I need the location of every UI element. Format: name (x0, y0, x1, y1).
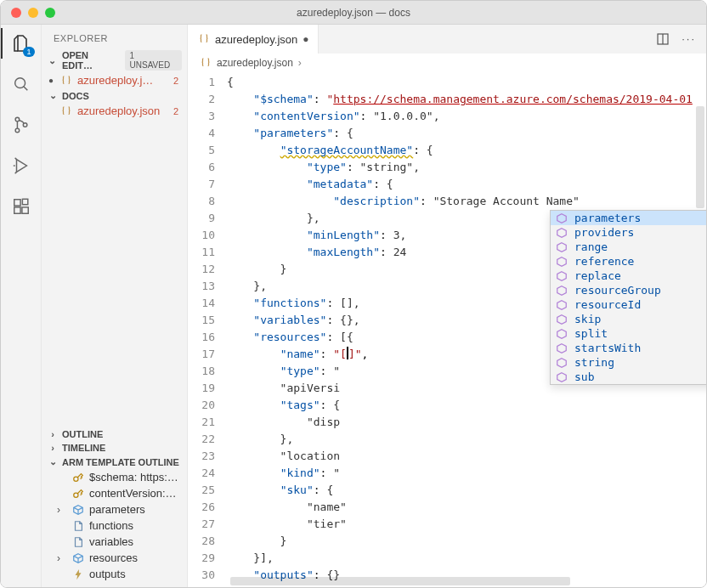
code-line[interactable]: 27 "tier" (188, 516, 706, 533)
suggest-item[interactable]: string (551, 355, 706, 370)
open-editors-header[interactable]: ⌄ OPEN EDIT… 1 UNSAVED (42, 48, 187, 72)
tab-active[interactable]: azuredeploy.json ● (188, 25, 319, 54)
line-number: 20 (188, 397, 227, 414)
line-number: 11 (188, 244, 227, 261)
folder-item[interactable]: azuredeploy.json 2 (42, 103, 187, 119)
run-debug-icon[interactable] (9, 154, 33, 178)
code-line[interactable]: 23 "location (188, 448, 706, 465)
code-editor[interactable]: 1{2 "$schema": "https://schema.managemen… (188, 72, 706, 587)
code-content: }, (227, 431, 293, 448)
method-icon (556, 285, 568, 297)
code-line[interactable]: 2 "$schema": "https://schema.management.… (188, 91, 706, 108)
arm-outline-item[interactable]: ›parameters (42, 501, 187, 517)
code-line[interactable]: 26 "name" (188, 499, 706, 516)
breadcrumb-file: azuredeploy.json (217, 57, 293, 69)
minimize-window-button[interactable] (28, 8, 38, 18)
code-content: }], (227, 550, 274, 567)
code-line[interactable]: 8 "description": "Storage Account Name" (188, 193, 706, 210)
code-content: "tags": { (227, 397, 340, 414)
code-line[interactable]: 21 "disp (188, 414, 706, 431)
suggest-item-label: parameters (574, 212, 641, 224)
code-line[interactable]: 5 "storageAccountName": { (188, 142, 706, 159)
code-line[interactable]: 6 "type": "string", (188, 159, 706, 176)
explorer-icon[interactable]: 1 (9, 31, 33, 55)
line-number: 15 (188, 312, 227, 329)
arm-outline-item[interactable]: contentVersion:… (42, 485, 187, 501)
suggest-item[interactable]: reference (551, 254, 706, 269)
outline-header[interactable]: › OUTLINE (42, 427, 187, 441)
line-number: 2 (188, 91, 227, 108)
code-content: "apiVersi (227, 380, 340, 397)
suggest-item[interactable]: parameters(function) parameters… (551, 211, 706, 225)
line-number: 6 (188, 159, 227, 176)
editor-tabs: azuredeploy.json ● ··· (188, 25, 706, 54)
arm-outline-item-label: contentVersion:… (89, 487, 177, 500)
split-editor-icon[interactable] (656, 32, 670, 46)
code-line[interactable]: 20 "tags": { (188, 397, 706, 414)
suggest-item[interactable]: replace (551, 269, 706, 283)
chevron-down-icon: ⌄ (47, 55, 59, 66)
code-line[interactable]: 25 "sku": { (188, 482, 706, 499)
vertical-scrollbar[interactable] (696, 106, 704, 208)
code-line[interactable]: 28 } (188, 533, 706, 550)
code-line[interactable]: 7 "metadata": { (188, 176, 706, 193)
line-number: 19 (188, 380, 227, 397)
folder-header[interactable]: ⌄ DOCS (42, 88, 187, 103)
search-icon[interactable] (9, 72, 33, 96)
suggest-item[interactable]: resourceGroup (551, 283, 706, 297)
suggest-widget: parameters(function) parameters…provider… (550, 210, 706, 385)
object-icon (72, 504, 84, 516)
event-icon (72, 568, 84, 580)
source-control-icon[interactable] (9, 113, 33, 137)
suggest-item-label: providers (574, 226, 634, 239)
maximize-window-button[interactable] (45, 8, 55, 18)
line-number: 9 (188, 210, 227, 227)
chevron-right-icon: › (47, 429, 59, 439)
object-icon (72, 552, 84, 564)
code-content: "disp (227, 414, 340, 431)
arm-outline-label: ARM TEMPLATE OUTLINE (62, 457, 179, 467)
code-line[interactable]: 3 "contentVersion": "1.0.0.0", (188, 108, 706, 125)
arm-outline-item[interactable]: functions (42, 517, 187, 534)
line-number: 14 (188, 295, 227, 312)
suggest-item[interactable]: split (551, 326, 706, 341)
code-content: "minLength": 3, (227, 227, 406, 244)
arm-outline-item-label: resources (89, 551, 138, 564)
open-editor-item[interactable]: azuredeploy.j… 2 (42, 72, 187, 88)
file-icon (72, 520, 84, 532)
key-icon (72, 472, 84, 483)
arm-outline-header[interactable]: ⌄ ARM TEMPLATE OUTLINE (42, 455, 187, 469)
method-icon (556, 270, 568, 282)
code-line[interactable]: 4 "parameters": { (188, 125, 706, 142)
suggest-item[interactable]: resourceId (551, 297, 706, 312)
close-window-button[interactable] (11, 8, 21, 18)
suggest-item[interactable]: range (551, 240, 706, 254)
chevron-down-icon: ⌄ (47, 90, 59, 101)
timeline-header[interactable]: › TIMELINE (42, 441, 187, 455)
code-line[interactable]: 29 }], (188, 550, 706, 567)
suggest-item[interactable]: startsWith (551, 341, 706, 355)
json-file-icon (200, 57, 212, 69)
arm-outline-item[interactable]: $schema: https:… (42, 469, 187, 485)
extensions-icon[interactable] (9, 195, 33, 218)
suggest-item[interactable]: sub (551, 370, 706, 384)
code-line[interactable]: 22 }, (188, 431, 706, 448)
method-icon (556, 256, 568, 268)
method-icon (556, 342, 568, 354)
suggest-item[interactable]: providers (551, 225, 706, 240)
suggest-item-label: reference (574, 255, 634, 268)
horizontal-scrollbar[interactable] (230, 577, 570, 585)
breadcrumb[interactable]: azuredeploy.json › (188, 54, 706, 72)
sidebar-title: EXPLORER (42, 25, 187, 48)
arm-outline-item[interactable]: variables (42, 534, 187, 550)
arm-outline-item-label: parameters (89, 503, 145, 516)
more-actions-icon[interactable]: ··· (682, 32, 696, 46)
code-line[interactable]: 1{ (188, 74, 706, 91)
open-editor-label: azuredeploy.j… (77, 74, 153, 87)
arm-outline-item[interactable]: outputs (42, 566, 187, 582)
line-number: 7 (188, 176, 227, 193)
suggest-item[interactable]: skip (551, 312, 706, 326)
suggest-item-label: resourceGroup (574, 284, 661, 297)
code-line[interactable]: 24 "kind": " (188, 465, 706, 482)
arm-outline-item[interactable]: ›resources (42, 550, 187, 566)
